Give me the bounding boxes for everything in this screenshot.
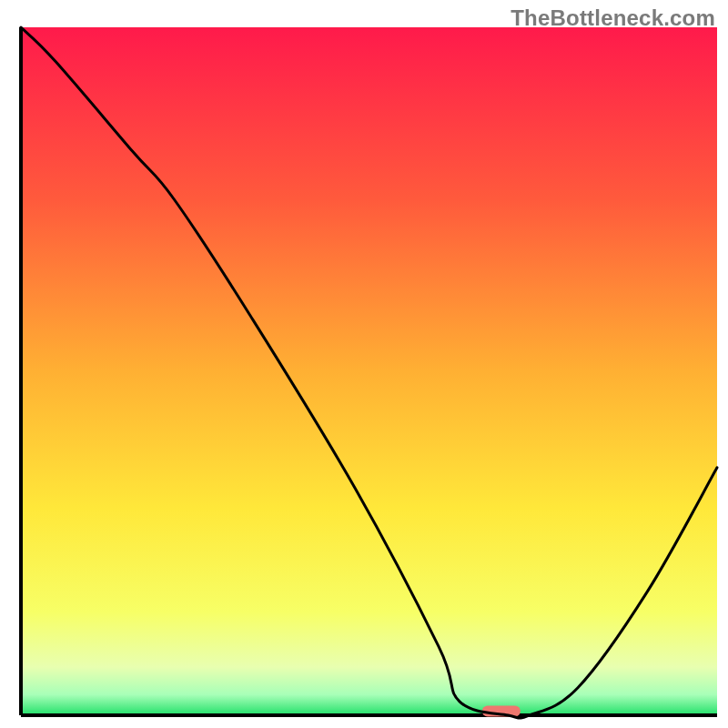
attribution-label: TheBottleneck.com [511, 5, 715, 31]
bottleneck-chart [0, 0, 728, 728]
chart-container: TheBottleneck.com [0, 0, 728, 728]
plot-background [21, 27, 717, 715]
